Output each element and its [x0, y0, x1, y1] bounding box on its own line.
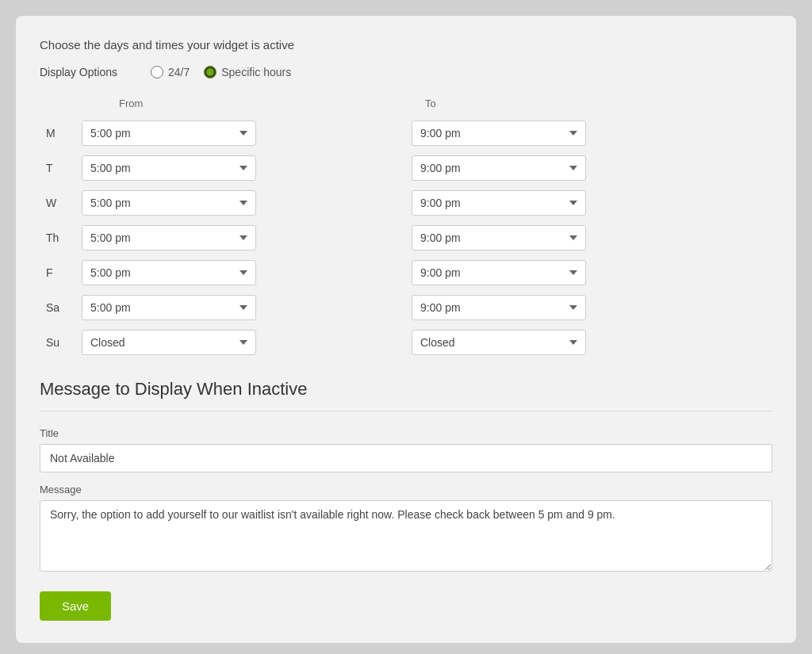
inactive-message-title: Message to Display When Inactive [40, 379, 772, 400]
radio-specific-label: Specific hours [221, 66, 291, 78]
to-select-m[interactable]: Closed12:00 am12:30 am1:00 am1:30 am2:00… [412, 120, 586, 146]
schedule-row-su: SuClosed12:00 am12:30 am1:00 am1:30 am2:… [40, 325, 772, 360]
day-label-su: Su [40, 325, 75, 360]
spacer-th [262, 220, 405, 255]
day-label-f: F [40, 255, 75, 290]
title-label: Title [40, 427, 772, 439]
save-button[interactable]: Save [40, 591, 111, 621]
from-col-w: Closed12:00 am12:30 am1:00 am1:30 am2:00… [75, 185, 262, 220]
day-label-w: W [40, 185, 75, 220]
from-col-sa: Closed12:00 am12:30 am1:00 am1:30 am2:00… [75, 290, 262, 325]
page-title: Choose the days and times your widget is… [40, 38, 772, 52]
to-select-f[interactable]: Closed12:00 am12:30 am1:00 am1:30 am2:00… [412, 260, 586, 285]
to-select-w[interactable]: Closed12:00 am12:30 am1:00 am1:30 am2:00… [412, 190, 586, 216]
spacer-m [262, 116, 405, 151]
from-select-sa[interactable]: Closed12:00 am12:30 am1:00 am1:30 am2:00… [82, 295, 256, 320]
from-select-t[interactable]: Closed12:00 am12:30 am1:00 am1:30 am2:00… [82, 155, 256, 181]
schedule-row-f: FClosed12:00 am12:30 am1:00 am1:30 am2:0… [40, 255, 772, 290]
spacer-su [262, 325, 405, 360]
day-label-sa: Sa [40, 290, 75, 325]
from-col-su: Closed12:00 am12:30 am1:00 am1:30 am2:00… [75, 325, 262, 360]
radio-option-247[interactable]: 24/7 [151, 66, 190, 78]
to-col-w: Closed12:00 am12:30 am1:00 am1:30 am2:00… [405, 185, 596, 220]
spacer-sa [262, 290, 405, 325]
from-select-f[interactable]: Closed12:00 am12:30 am1:00 am1:30 am2:00… [82, 260, 256, 285]
from-col-t: Closed12:00 am12:30 am1:00 am1:30 am2:00… [75, 151, 262, 185]
schedule-row-m: MClosed12:00 am12:30 am1:00 am1:30 am2:0… [40, 116, 772, 151]
from-col-th: Closed12:00 am12:30 am1:00 am1:30 am2:00… [75, 220, 262, 255]
to-header: To [405, 98, 596, 116]
day-label-m: M [40, 116, 75, 151]
from-col-m: Closed12:00 am12:30 am1:00 am1:30 am2:00… [75, 116, 262, 151]
spacer-w [262, 185, 405, 220]
to-col-f: Closed12:00 am12:30 am1:00 am1:30 am2:00… [405, 255, 596, 290]
schedule-row-t: TClosed12:00 am12:30 am1:00 am1:30 am2:0… [40, 151, 772, 185]
radio-247[interactable] [151, 66, 163, 78]
radio-247-label: 24/7 [168, 66, 190, 78]
from-col-f: Closed12:00 am12:30 am1:00 am1:30 am2:00… [75, 255, 262, 290]
to-select-su[interactable]: Closed12:00 am12:30 am1:00 am1:30 am2:00… [412, 330, 586, 355]
from-select-su[interactable]: Closed12:00 am12:30 am1:00 am1:30 am2:00… [82, 330, 256, 355]
from-header: From [75, 98, 262, 116]
spacer-f [262, 255, 405, 290]
day-label-th: Th [40, 220, 75, 255]
to-col-th: Closed12:00 am12:30 am1:00 am1:30 am2:00… [405, 220, 596, 255]
inactive-message-section: Message to Display When Inactive Title M… [40, 379, 772, 585]
schedule-row-w: WClosed12:00 am12:30 am1:00 am1:30 am2:0… [40, 185, 772, 220]
to-col-su: Closed12:00 am12:30 am1:00 am1:30 am2:00… [405, 325, 596, 360]
to-col-t: Closed12:00 am12:30 am1:00 am1:30 am2:00… [405, 151, 596, 185]
radio-option-specific[interactable]: Specific hours [204, 66, 291, 78]
radio-group: 24/7 Specific hours [151, 66, 291, 78]
message-textarea[interactable] [40, 500, 772, 572]
from-select-w[interactable]: Closed12:00 am12:30 am1:00 am1:30 am2:00… [82, 190, 256, 216]
to-select-sa[interactable]: Closed12:00 am12:30 am1:00 am1:30 am2:00… [412, 295, 586, 320]
title-input[interactable] [40, 444, 772, 472]
schedule-table: From To MClosed12:00 am12:30 am1:00 am1:… [40, 98, 772, 360]
to-col-m: Closed12:00 am12:30 am1:00 am1:30 am2:00… [405, 116, 596, 151]
from-select-th[interactable]: Closed12:00 am12:30 am1:00 am1:30 am2:00… [82, 225, 256, 251]
radio-specific[interactable] [204, 66, 216, 78]
to-col-sa: Closed12:00 am12:30 am1:00 am1:30 am2:00… [405, 290, 596, 325]
day-label-t: T [40, 151, 75, 185]
to-select-t[interactable]: Closed12:00 am12:30 am1:00 am1:30 am2:00… [412, 155, 586, 181]
section-divider [40, 411, 772, 411]
to-select-th[interactable]: Closed12:00 am12:30 am1:00 am1:30 am2:00… [412, 225, 586, 251]
schedule-row-sa: SaClosed12:00 am12:30 am1:00 am1:30 am2:… [40, 290, 772, 325]
schedule-row-th: ThClosed12:00 am12:30 am1:00 am1:30 am2:… [40, 220, 772, 255]
display-options-row: Display Options 24/7 Specific hours [40, 66, 772, 78]
message-label: Message [40, 484, 772, 495]
spacer-t [262, 151, 405, 185]
from-select-m[interactable]: Closed12:00 am12:30 am1:00 am1:30 am2:00… [82, 120, 256, 146]
display-options-label: Display Options [40, 66, 135, 78]
main-container: Choose the days and times your widget is… [16, 16, 796, 643]
